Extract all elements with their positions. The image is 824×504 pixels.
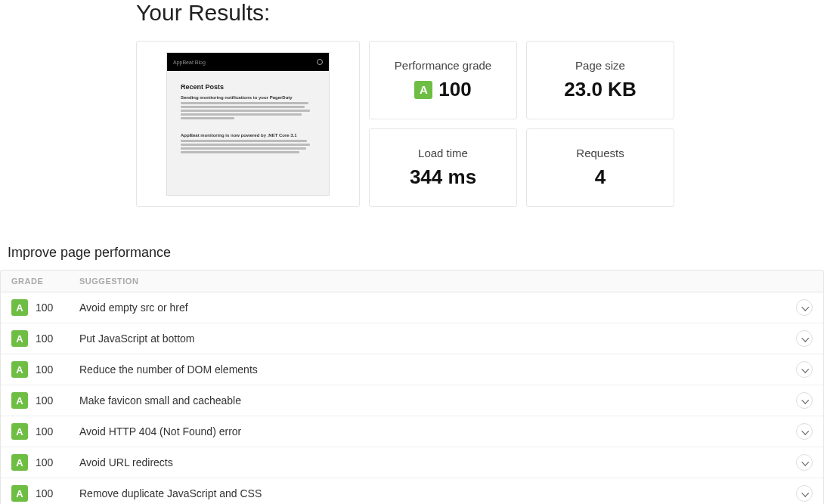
expand-button[interactable]	[796, 423, 813, 440]
chevron-down-icon	[801, 489, 809, 496]
grade-badge: A	[11, 392, 28, 409]
summary-section: AppBeat Blog Recent Posts Sending monito…	[136, 41, 824, 207]
metric-page-size: Page size 23.0 KB	[526, 41, 674, 119]
grade-badge: A	[11, 454, 28, 471]
row-score: 100	[36, 425, 53, 438]
expand-button[interactable]	[796, 454, 813, 471]
row-suggestion: Put JavaScript at bottom	[79, 332, 796, 345]
metric-requests: Requests 4	[526, 128, 674, 207]
suggestions-table: GRADE SUGGESTION A100Avoid empty src or …	[0, 270, 824, 504]
preview-post-title: Sending monitoring notifications to your…	[181, 95, 315, 100]
grade-badge: A	[11, 299, 28, 316]
expand-button[interactable]	[796, 330, 813, 347]
chevron-down-icon	[801, 458, 809, 465]
row-suggestion: Make favicon small and cacheable	[79, 394, 796, 407]
chevron-down-icon	[801, 365, 809, 373]
metric-performance-grade: Performance grade A 100	[369, 41, 517, 119]
row-score: 100	[36, 456, 53, 468]
column-header-suggestion: SUGGESTION	[79, 277, 813, 286]
metric-label: Performance grade	[395, 59, 491, 72]
preview-heading: Recent Posts	[181, 83, 315, 91]
row-suggestion: Avoid URL redirects	[79, 456, 796, 468]
row-score: 100	[36, 363, 53, 376]
metric-load-time: Load time 344 ms	[369, 128, 517, 207]
metric-value: 100	[438, 78, 471, 101]
chevron-down-icon	[801, 303, 809, 311]
table-row[interactable]: A100Avoid URL redirects	[1, 447, 823, 478]
preview-site-title: AppBeat Blog	[173, 60, 206, 65]
page-preview-thumbnail: AppBeat Blog Recent Posts Sending monito…	[166, 52, 330, 196]
page-preview-card: AppBeat Blog Recent Posts Sending monito…	[136, 41, 360, 207]
grade-badge: A	[11, 330, 28, 347]
expand-button[interactable]	[796, 361, 813, 378]
improve-section-title: Improve page performance	[8, 245, 824, 261]
table-row[interactable]: A100Remove duplicate JavaScript and CSS	[1, 478, 823, 504]
table-row[interactable]: A100Make favicon small and cacheable	[1, 385, 823, 416]
page-title: Your Results:	[136, 0, 824, 26]
gear-icon	[317, 59, 323, 65]
table-row[interactable]: A100Avoid empty src or href	[1, 292, 823, 323]
metrics-grid: Performance grade A 100 Page size 23.0 K…	[369, 41, 674, 207]
grade-badge: A	[11, 485, 28, 502]
row-score: 100	[36, 332, 53, 345]
metric-value: 4	[595, 165, 606, 189]
row-score: 100	[36, 394, 53, 407]
table-row[interactable]: A100Reduce the number of DOM elements	[1, 354, 823, 385]
row-score: 100	[36, 487, 53, 499]
metric-value: 23.0 KB	[564, 78, 636, 101]
table-row[interactable]: A100Put JavaScript at bottom	[1, 323, 823, 354]
preview-post-title: AppBeat monitoring is now powered by .NE…	[181, 133, 315, 138]
table-row[interactable]: A100Avoid HTTP 404 (Not Found) error	[1, 416, 823, 447]
row-suggestion: Reduce the number of DOM elements	[79, 363, 796, 376]
grade-badge: A	[11, 361, 28, 378]
column-header-grade: GRADE	[11, 277, 79, 286]
expand-button[interactable]	[796, 299, 813, 316]
grade-badge: A	[414, 81, 432, 99]
grade-badge: A	[11, 423, 28, 440]
expand-button[interactable]	[796, 392, 813, 409]
expand-button[interactable]	[796, 485, 813, 502]
metric-label: Page size	[575, 59, 625, 72]
chevron-down-icon	[801, 334, 809, 342]
row-score: 100	[36, 301, 53, 314]
table-header: GRADE SUGGESTION	[1, 271, 823, 292]
chevron-down-icon	[801, 396, 809, 404]
row-suggestion: Remove duplicate JavaScript and CSS	[79, 487, 796, 499]
metric-label: Requests	[576, 147, 624, 159]
metric-value: 344 ms	[410, 165, 476, 189]
metric-label: Load time	[418, 147, 468, 159]
row-suggestion: Avoid empty src or href	[79, 301, 796, 314]
row-suggestion: Avoid HTTP 404 (Not Found) error	[79, 425, 796, 438]
chevron-down-icon	[801, 427, 809, 434]
